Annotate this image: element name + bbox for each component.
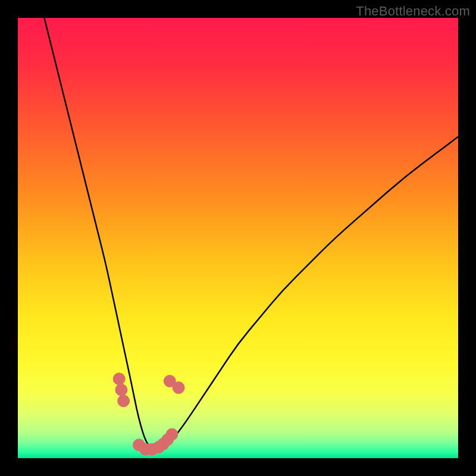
bottleneck-curve	[44, 18, 458, 449]
curve-marker	[115, 384, 127, 396]
curve-layer	[18, 18, 458, 458]
curve-marker	[113, 373, 125, 385]
plot-area	[18, 18, 458, 458]
curve-markers	[113, 373, 184, 455]
curve-marker	[118, 395, 130, 407]
outer-frame: TheBottleneck.com	[0, 0, 476, 476]
watermark-text: TheBottleneck.com	[356, 4, 470, 19]
curve-marker	[173, 382, 184, 394]
curve-marker	[166, 428, 178, 440]
